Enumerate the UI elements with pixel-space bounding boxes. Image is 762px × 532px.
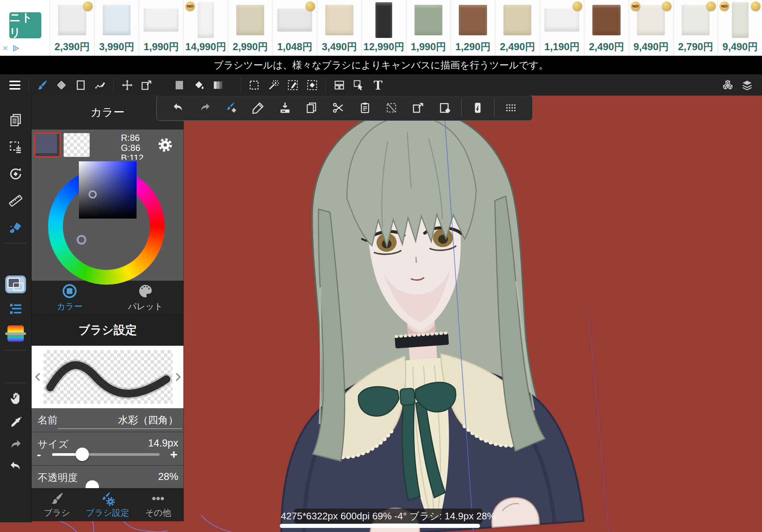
save-button[interactable] [272, 98, 298, 118]
fill-tool-button[interactable] [189, 76, 208, 94]
ad-product[interactable]: 1,990円 [406, 0, 451, 56]
move-tool-button[interactable] [118, 76, 137, 94]
ad-product[interactable]: 特許14,990円 [183, 0, 228, 56]
name-label: 名前 [38, 413, 58, 427]
transform-tool-button[interactable] [137, 76, 156, 94]
text-tool-button[interactable]: T [368, 76, 388, 94]
ad-product[interactable]: 1,190円 [540, 0, 584, 56]
eraser-tool-button[interactable] [52, 76, 71, 94]
menu-button[interactable] [5, 81, 25, 90]
transform-selection-button[interactable] [405, 98, 432, 118]
product-price: 2,490円 [585, 40, 628, 56]
home-indicator[interactable] [280, 524, 480, 528]
pen-button[interactable] [245, 98, 272, 118]
gradient-map-button[interactable] [0, 323, 32, 344]
nitori-logo[interactable]: ニトリ [9, 12, 41, 38]
color-swatch-icon [173, 79, 186, 91]
object-select-button[interactable] [349, 76, 368, 94]
foreground-color-button[interactable] [170, 76, 189, 94]
opacity-slider-handle[interactable] [86, 480, 99, 488]
ad-product[interactable]: 特許9,490円 [717, 0, 762, 56]
magic-wand-button[interactable] [264, 76, 283, 94]
brush-tool-button[interactable] [32, 76, 52, 94]
ad-product[interactable]: 1,990円 [138, 0, 183, 56]
panel-divide-button[interactable] [330, 76, 349, 94]
next-brush-button[interactable] [173, 370, 183, 384]
ad-product[interactable]: 特許9,490円 [628, 0, 673, 56]
ad-product[interactable]: 2,990円 [228, 0, 272, 56]
select-pen-button[interactable] [283, 76, 302, 94]
material-button[interactable] [0, 217, 32, 238]
ad-product[interactable]: 3,490円 [317, 0, 361, 56]
polyline-tool-button[interactable] [90, 76, 110, 94]
select-menu-button[interactable] [0, 137, 32, 158]
brush-name-field[interactable]: 水彩（四角） [118, 413, 178, 427]
select-eraser-button[interactable] [302, 76, 322, 94]
select-tool-button[interactable] [244, 76, 264, 94]
drag-handle[interactable] [497, 98, 524, 118]
ruler-button[interactable] [0, 190, 32, 211]
undo-button[interactable] [165, 98, 192, 118]
ad-product[interactable]: 3,990円 [94, 0, 139, 56]
current-color-button[interactable] [0, 274, 32, 295]
cut-button[interactable] [325, 98, 352, 118]
clear-layer-icon [438, 101, 452, 115]
ad-product[interactable]: 1,048円 [272, 0, 317, 56]
size-decrease-button[interactable]: - [37, 448, 41, 461]
save-icon [278, 101, 292, 115]
award-badge-icon [83, 1, 93, 11]
brush-icon [49, 491, 65, 506]
tab-brush-settings[interactable]: ブラシ設定 [82, 488, 133, 521]
redo-icon [8, 438, 23, 452]
adchoices-icon[interactable] [12, 44, 20, 52]
sidebar-undo-button[interactable] [0, 456, 32, 477]
product-image [198, 2, 214, 38]
product-price: 1,990円 [139, 40, 183, 56]
paste-button[interactable] [352, 98, 378, 118]
tab-brush[interactable]: ブラシ [32, 488, 82, 521]
redo-button[interactable] [192, 98, 218, 118]
brush-eraser-toggle-button[interactable] [218, 98, 245, 118]
eyedropper-button[interactable] [0, 412, 32, 433]
product-image [637, 5, 665, 35]
transparent-color-swatch[interactable] [64, 133, 90, 157]
sidebar-redo-button[interactable] [0, 435, 32, 455]
tab-other[interactable]: その他 [133, 488, 183, 521]
layers-button[interactable] [737, 76, 757, 94]
size-slider[interactable] [52, 453, 160, 456]
product-price: 2,390円 [50, 40, 94, 56]
status-text: 4275*6322px 600dpi 69% -4° ブラシ: 14.9px 2… [281, 510, 496, 523]
rotate-view-button[interactable] [0, 164, 32, 184]
gradient-icon [212, 79, 224, 91]
previous-brush-button[interactable] [33, 370, 43, 384]
snap-button[interactable] [465, 98, 492, 118]
sidebar-divider [5, 243, 26, 244]
size-increase-button[interactable]: + [170, 448, 177, 461]
saturation-value-box[interactable] [79, 161, 137, 219]
size-slider-handle[interactable] [76, 448, 89, 461]
duplicate-button[interactable] [298, 98, 325, 118]
ad-product[interactable]: 2,490円 [495, 0, 540, 56]
hand-tool-button[interactable] [0, 388, 32, 409]
hue-selector[interactable] [77, 235, 86, 245]
tab-color[interactable]: カラー [32, 281, 108, 314]
ad-product[interactable]: 12,990円 [361, 0, 406, 56]
brush-list-button[interactable] [0, 299, 32, 319]
ad-product[interactable]: 2,490円 [584, 0, 628, 56]
color-settings-button[interactable] [155, 135, 175, 155]
gradient-tool-button[interactable] [208, 76, 228, 94]
main-toolbar: T [0, 74, 762, 96]
tab-palette[interactable]: パレット [108, 281, 183, 314]
eyedropper-icon [8, 415, 23, 430]
pages-button[interactable] [0, 110, 32, 130]
ad-product[interactable]: 1,290円 [450, 0, 495, 56]
ad-product[interactable]: 2,790円 [673, 0, 718, 56]
shape-tool-button[interactable] [71, 76, 90, 94]
clear-button[interactable] [432, 98, 458, 118]
current-color-swatch[interactable] [34, 132, 61, 158]
ad-close-icon[interactable]: ✕ [2, 45, 9, 52]
sv-selector[interactable] [89, 190, 97, 199]
ad-product[interactable]: 2,390円 [49, 0, 94, 56]
material-3d-button[interactable] [718, 76, 737, 94]
deselect-button[interactable] [378, 98, 405, 118]
